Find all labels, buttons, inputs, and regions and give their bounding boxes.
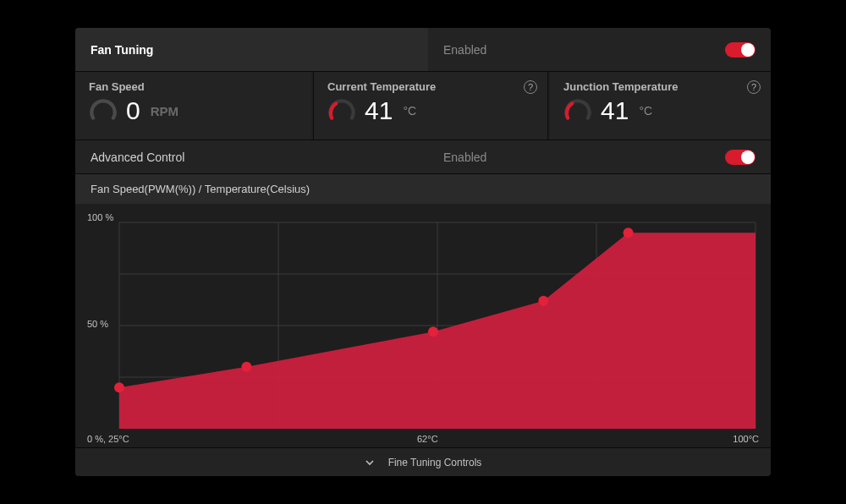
fan-tuning-panel: Fan Tuning Enabled Fan Speed 0 RPM ? Cur…: [75, 28, 771, 476]
y-tick-100: 100 %: [87, 212, 113, 222]
fan-tuning-toggle[interactable]: [725, 42, 755, 58]
fan-tuning-status-cell: Enabled: [428, 28, 771, 71]
fan-curve-svg[interactable]: [85, 211, 761, 444]
junction-temp-value: 41: [601, 98, 629, 123]
fan-speed-gauge-icon: [89, 96, 118, 125]
advanced-control-title: Advanced Control: [75, 140, 428, 173]
fan-tuning-header: Fan Tuning Enabled: [75, 28, 771, 72]
fan-tuning-status-label: Enabled: [443, 43, 486, 57]
x-tick-mid: 62°C: [417, 434, 438, 444]
fine-tuning-controls-button[interactable]: Fine Tuning Controls: [75, 447, 771, 476]
metrics-row: Fan Speed 0 RPM ? Current Temperature: [75, 72, 771, 140]
help-icon[interactable]: ?: [747, 80, 761, 94]
fan-curve-point[interactable]: [428, 326, 438, 337]
current-temp-gauge-icon: [327, 96, 356, 125]
junction-temp-unit: °C: [639, 104, 652, 118]
help-icon[interactable]: ?: [524, 80, 537, 94]
fan-speed-label: Fan Speed: [89, 80, 298, 93]
current-temp-label: Current Temperature: [327, 80, 534, 93]
fan-tuning-title: Fan Tuning: [75, 28, 428, 71]
fan-speed-value: 0: [126, 98, 140, 123]
fan-curve-point[interactable]: [538, 296, 548, 306]
junction-temp-gauge-icon: [563, 96, 592, 125]
chevron-down-icon: [365, 457, 375, 468]
fan-curve-point[interactable]: [241, 362, 251, 372]
fan-curve-chart: 100 % 50 % 0 %, 25°C 62°C 100°C: [75, 204, 771, 447]
chart-title: Fan Speed(PWM(%)) / Temperature(Celsius): [75, 173, 771, 204]
advanced-control-status-label: Enabled: [443, 151, 486, 164]
fan-speed-unit: RPM: [151, 104, 179, 118]
fan-curve-point[interactable]: [114, 382, 124, 392]
y-tick-50: 50 %: [87, 319, 108, 329]
advanced-control-header: Advanced Control Enabled: [75, 140, 771, 173]
x-tick-end: 100°C: [733, 434, 759, 444]
x-tick-start: 0 %, 25°C: [87, 434, 129, 444]
current-temp-unit: °C: [403, 104, 416, 118]
junction-temp-card: ? Junction Temperature 41 °C: [550, 72, 771, 140]
advanced-control-status-cell: Enabled: [428, 140, 771, 173]
junction-temp-label: Junction Temperature: [563, 80, 757, 93]
advanced-control-toggle[interactable]: [725, 150, 755, 165]
fine-tuning-label: Fine Tuning Controls: [388, 457, 482, 468]
fan-speed-card: Fan Speed 0 RPM: [75, 72, 311, 140]
current-temp-card: ? Current Temperature 41 °C: [313, 72, 548, 140]
fan-curve-point[interactable]: [624, 227, 634, 238]
current-temp-value: 41: [365, 98, 393, 123]
